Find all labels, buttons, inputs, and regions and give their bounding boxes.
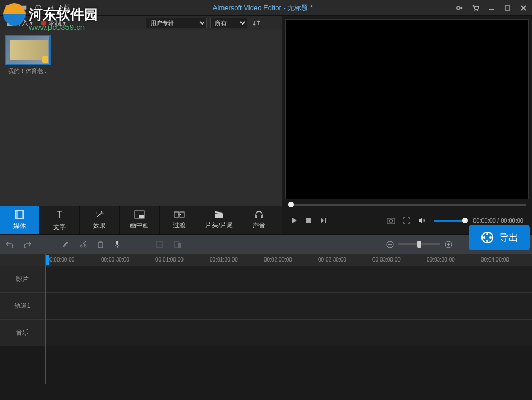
reel-icon	[481, 231, 494, 244]
record-label: 录制	[48, 19, 61, 28]
export-button[interactable]: 导出	[469, 225, 530, 250]
ruler-mark: 00:04:00:00	[481, 257, 509, 263]
svg-rect-23	[156, 242, 163, 247]
svg-text:?: ?	[37, 5, 40, 10]
ruler-mark: 00:01:00:00	[155, 257, 184, 263]
import-label: 导入	[15, 19, 28, 28]
play-button[interactable]	[290, 217, 298, 224]
zoom-in-button[interactable]	[445, 241, 452, 248]
download-button[interactable]: 下载	[49, 3, 70, 12]
redo-button[interactable]	[23, 241, 32, 248]
tab-label: 声音	[253, 221, 265, 230]
scrub-handle[interactable]	[288, 202, 294, 207]
record-button[interactable]: 录制 ▾	[38, 18, 68, 29]
download-label: 下载	[57, 3, 70, 12]
tab-effect[interactable]: 效果	[80, 206, 120, 234]
ruler-mark: 00:03:30:00	[427, 257, 455, 263]
tab-media[interactable]: 媒体	[0, 206, 40, 234]
filter-select[interactable]: 所有	[210, 18, 247, 28]
tab-label: 文字	[53, 223, 66, 232]
message-icon[interactable]	[19, 4, 28, 12]
close-button[interactable]	[519, 4, 528, 12]
tab-pip[interactable]: 画中画	[120, 206, 160, 234]
preview-scrubber[interactable]	[285, 199, 529, 210]
tab-transition[interactable]: 过渡	[160, 206, 200, 234]
snapshot-button[interactable]	[387, 217, 395, 224]
track-content[interactable]	[45, 293, 532, 319]
cut-button[interactable]	[79, 240, 87, 248]
volume-icon[interactable]	[418, 217, 426, 224]
save-icon[interactable]	[4, 4, 13, 12]
maximize-button[interactable]	[503, 4, 512, 12]
media-panel: 导入 ▾ 录制 ▾ 用户专辑 所有	[0, 16, 282, 234]
svg-point-16	[486, 233, 488, 235]
window-title: Aimersoft Video Editor - 无标题 *	[70, 3, 455, 13]
svg-point-3	[474, 10, 475, 11]
track-content[interactable]	[45, 320, 532, 346]
wand-icon	[95, 210, 104, 219]
stop-button[interactable]	[305, 217, 312, 224]
minimize-button[interactable]	[487, 4, 496, 12]
tab-label: 效果	[93, 222, 106, 231]
tab-intro[interactable]: 片头/片尾	[200, 206, 239, 234]
titlebar: ? 下载 Aimersoft Video Editor - 无标题 *	[0, 0, 532, 16]
media-thumbnail	[5, 35, 51, 65]
export-label: 导出	[499, 231, 518, 244]
svg-point-17	[489, 236, 492, 239]
track-label: 影片	[0, 266, 45, 292]
import-button[interactable]: 导入 ▾	[4, 18, 35, 29]
ruler-mark: 00:00:30:00	[101, 257, 129, 263]
ruler-mark: 00:03:00:00	[372, 257, 401, 263]
timeline-ruler[interactable]: 0:00:00:00 00:00:30:00 00:01:00:00 00:01…	[0, 254, 532, 266]
sort-button[interactable]	[251, 18, 262, 28]
category-tabs: 媒体 T 文字 效果 画中画 过渡	[0, 206, 282, 234]
help-icon[interactable]: ?	[34, 4, 43, 12]
timeline: 0:00:00:00 00:00:30:00 00:01:00:00 00:01…	[0, 254, 532, 384]
voice-button[interactable]	[114, 240, 120, 249]
zoom-handle[interactable]	[417, 241, 421, 248]
svg-rect-12	[306, 218, 311, 223]
pip-icon	[134, 210, 145, 219]
preview-panel: 00:00:00 / 00:00:00	[282, 16, 532, 234]
svg-point-6	[41, 20, 46, 26]
marker-button[interactable]	[173, 241, 182, 248]
key-icon[interactable]	[455, 4, 464, 12]
media-item-label: 我的！体育老...	[5, 67, 51, 75]
film-icon	[14, 210, 25, 219]
undo-button[interactable]	[5, 241, 14, 248]
chevron-down-icon: ▾	[30, 19, 33, 27]
tab-label: 片头/片尾	[205, 221, 232, 230]
playhead[interactable]	[45, 255, 49, 265]
tab-label: 画中画	[130, 221, 149, 230]
svg-rect-9	[139, 215, 144, 218]
ruler-mark: 00:02:30:00	[318, 257, 346, 263]
tab-label: 过渡	[173, 221, 186, 230]
step-button[interactable]	[319, 217, 327, 224]
svg-point-20	[80, 245, 82, 247]
album-select[interactable]: 用户专辑	[146, 18, 207, 28]
crop-button[interactable]	[155, 241, 164, 248]
zoom-out-button[interactable]	[386, 241, 394, 248]
tab-sound[interactable]: 声音	[239, 206, 279, 234]
zoom-control	[386, 241, 452, 248]
media-item[interactable]: 我的！体育老...	[5, 35, 51, 75]
volume-handle[interactable]	[462, 218, 468, 223]
time-display: 00:00:00 / 00:00:00	[473, 217, 523, 224]
svg-rect-25	[178, 243, 181, 248]
preview-video[interactable]	[285, 19, 529, 199]
track-content[interactable]	[45, 266, 532, 292]
svg-rect-7	[15, 211, 24, 218]
track-music: 音乐	[0, 320, 532, 346]
track-label: 音乐	[0, 320, 45, 346]
tab-text[interactable]: T 文字	[40, 206, 80, 234]
svg-rect-5	[505, 6, 510, 10]
svg-rect-22	[116, 241, 118, 245]
chevron-down-icon: ▾	[63, 19, 66, 27]
fullscreen-button[interactable]	[403, 217, 410, 224]
edit-button[interactable]	[62, 240, 70, 248]
text-icon: T	[57, 209, 63, 221]
delete-button[interactable]	[97, 240, 104, 248]
volume-slider[interactable]	[434, 220, 466, 222]
zoom-slider[interactable]	[398, 243, 440, 245]
cart-icon[interactable]	[471, 4, 480, 12]
